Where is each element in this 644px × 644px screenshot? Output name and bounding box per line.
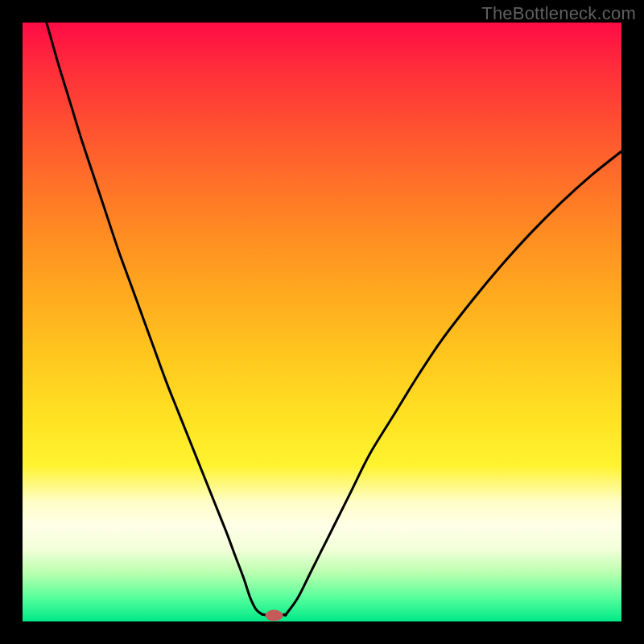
outer-frame: TheBottleneck.com (0, 0, 644, 644)
gradient-plot-area (23, 23, 621, 621)
watermark-text: TheBottleneck.com (481, 3, 636, 24)
curve-svg (23, 23, 621, 621)
min-marker (266, 610, 283, 621)
bottleneck-curve (47, 23, 621, 616)
